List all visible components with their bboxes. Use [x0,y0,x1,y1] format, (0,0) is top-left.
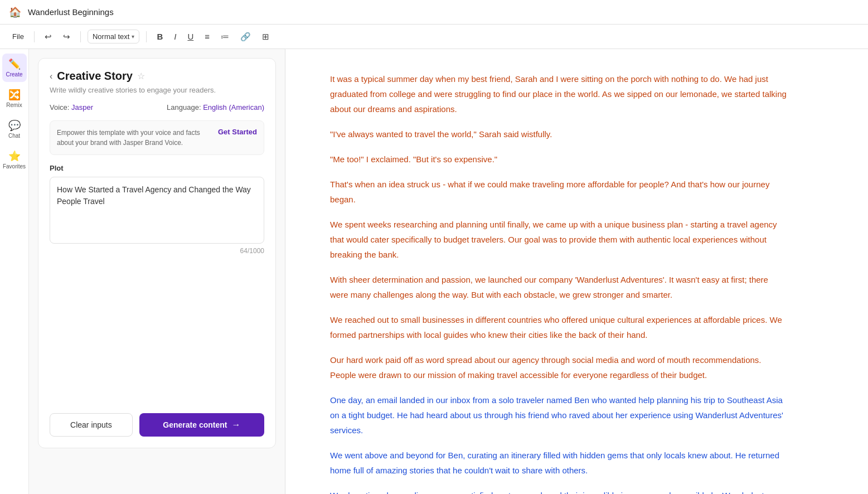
sidebar-icons: ✏️ Create 🔀 Remix 💬 Chat ⭐ Favorites [0,49,29,494]
char-count: 64/1000 [50,247,264,255]
get-started-button[interactable]: Get Started [218,128,257,136]
paragraph-4: That's when an idea struck us - what if … [330,177,787,207]
brand-voice-text: Empower this template with your voice an… [57,128,202,148]
remix-icon: 🔀 [8,89,21,101]
highlight-orange-8: Our hard work paid off as word spread ab… [330,355,762,380]
paragraph-10: We went above and beyond for Ben, curati… [330,448,787,478]
create-icon: ✏️ [8,58,21,70]
highlight-orange-7: We reached out to small businesses in di… [330,315,782,340]
paragraph-9: One day, an email landed in our inbox fr… [330,393,787,438]
italic-button[interactable]: I [171,30,180,43]
paragraph-1: It was a typical summer day when my best… [330,71,787,117]
create-label: Create [6,71,22,78]
paragraph-3: "Me too!" I exclaimed. "But it's so expe… [330,152,787,167]
template-panel: ‹ Creative Story ☆ Write wildly creative… [29,49,285,494]
paragraph-6: With sheer determination and passion, we… [330,272,787,302]
redo-button[interactable]: ↪ [60,30,74,44]
favorites-label: Favorites [3,163,26,169]
toolbar-divider-2 [80,31,81,42]
main-layout: ✏️ Create 🔀 Remix 💬 Chat ⭐ Favorites ‹ C… [0,49,868,494]
highlight-blue-10: We went above and beyond for Ben, curati… [330,451,779,475]
generate-label: Generate content [163,420,227,429]
highlight-orange-5: We spent weeks researching and planning … [330,220,777,259]
bullet-list-button[interactable]: ≡ [201,30,213,43]
sidebar-item-chat[interactable]: 💬 Chat [2,115,27,143]
sidebar-item-favorites[interactable]: ⭐ Favorites [2,146,27,174]
paragraph-5: We spent weeks researching and planning … [330,217,787,262]
voice-label: Voice: [50,103,69,112]
meta-row: Voice: Jasper Language: English (America… [50,103,264,112]
sidebar-item-remix[interactable]: 🔀 Remix [2,84,27,113]
remix-label: Remix [6,102,22,108]
paragraph-8: Our hard work paid off as word spread ab… [330,352,787,382]
file-menu[interactable]: File [9,30,27,43]
favorite-icon[interactable]: ☆ [137,71,145,81]
home-icon[interactable]: 🏠 [9,6,21,18]
text-style-select[interactable]: Normal text ▾ [88,30,139,43]
panel-title: Creative Story [57,70,133,83]
toolbar: File ↩ ↪ Normal text ▾ B I U ≡ ≔ 🔗 ⊞ [0,25,868,49]
bold-button[interactable]: B [153,30,166,43]
content-area: It was a typical summer day when my best… [285,49,868,494]
back-button[interactable]: ‹ [50,71,52,81]
paragraph-2: "I've always wanted to travel the world,… [330,127,787,142]
panel-footer: Clear inputs Generate content → [50,404,264,437]
toolbar-divider-1 [34,31,35,42]
language-label: Language: [167,103,201,112]
content-text: It was a typical summer day when my best… [330,71,787,494]
highlight-orange-2: "I've always wanted to travel the world,… [330,129,552,139]
language-field: Language: English (American) [167,103,264,112]
favorites-icon: ⭐ [8,150,21,162]
highlight-orange-3: "Me too!" I exclaimed. "But it's so expe… [330,154,497,164]
voice-field: Voice: Jasper [50,103,93,112]
highlight-orange-1: It was a typical summer day when my best… [330,74,787,114]
highlight-blue-11: Word continued spreading as more satisfi… [330,491,764,494]
app-title: Wanderlust Beginnings [28,7,114,17]
image-button[interactable]: ⊞ [259,30,273,44]
chat-label: Chat [8,133,20,139]
language-value[interactable]: English (American) [203,103,264,112]
highlight-blue-9: One day, an email landed in our inbox fr… [330,395,783,435]
link-button[interactable]: 🔗 [237,30,254,44]
chat-icon: 💬 [8,119,21,132]
paragraph-11: Word continued spreading as more satisfi… [330,488,787,494]
arrow-icon: → [231,420,240,430]
voice-value[interactable]: Jasper [71,103,93,112]
generate-content-button[interactable]: Generate content → [139,413,264,437]
underline-button[interactable]: U [184,30,197,43]
plot-label: Plot [50,164,264,172]
paragraph-7: We reached out to small businesses in di… [330,312,787,342]
plot-textarea[interactable]: How We Started a Travel Agency and Chang… [50,177,264,244]
toolbar-divider-3 [146,31,147,42]
top-header: 🏠 Wanderlust Beginnings [0,0,868,25]
brand-voice-row: Empower this template with your voice an… [50,120,264,155]
sidebar-item-create[interactable]: ✏️ Create [2,54,27,82]
panel-header: ‹ Creative Story ☆ [50,70,264,83]
undo-button[interactable]: ↩ [41,30,55,44]
ordered-list-button[interactable]: ≔ [217,30,232,44]
panel-card: ‹ Creative Story ☆ Write wildly creative… [38,58,276,448]
chevron-down-icon: ▾ [132,33,134,40]
clear-inputs-button[interactable]: Clear inputs [50,413,133,437]
highlight-orange-4: That's when an idea struck us - what if … [330,180,769,204]
highlight-orange-6: With sheer determination and passion, we… [330,275,768,299]
panel-subtitle: Write wildly creative stories to engage … [50,86,264,94]
style-label: Normal text [93,32,129,41]
